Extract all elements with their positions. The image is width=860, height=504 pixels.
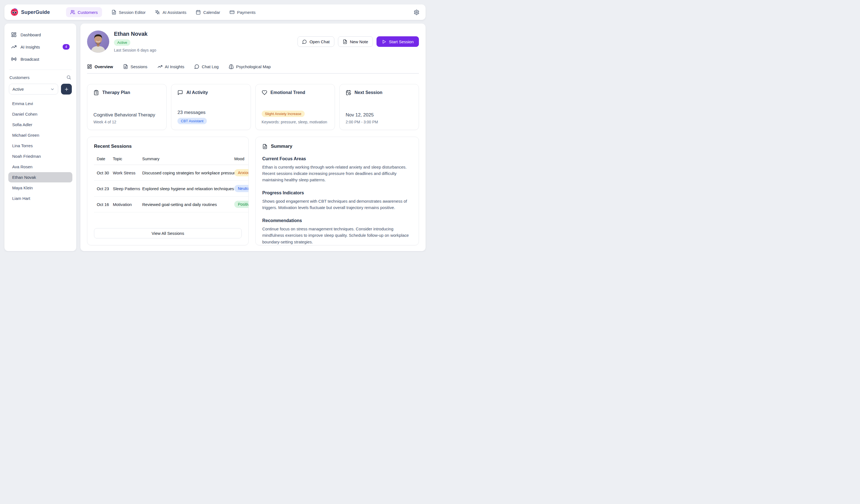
nav-session-editor[interactable]: Session Editor xyxy=(112,10,146,15)
session-row[interactable]: Oct 23 Sleep Patterns Explored sleep hyg… xyxy=(94,181,249,197)
view-all-sessions-button[interactable]: View All Sessions xyxy=(94,228,242,239)
summary-section-heading: Current Focus Areas xyxy=(262,156,412,161)
summary-section-heading: Recommendations xyxy=(262,218,412,223)
customer-list-item-selected[interactable]: Ethan Novak xyxy=(8,172,72,183)
tab-sessions[interactable]: Sessions xyxy=(123,64,147,69)
nav-ai-assistants[interactable]: AI Assistants xyxy=(155,10,186,15)
nav-payments[interactable]: Payments xyxy=(230,10,256,15)
session-date: Oct 30 xyxy=(94,165,113,181)
customer-status-select[interactable]: Active xyxy=(9,84,58,95)
new-note-button[interactable]: New Note xyxy=(338,36,373,47)
ai-activity-card: AI Activity 23 messages CBT Assistant xyxy=(171,84,250,130)
mood-badge: Neutral xyxy=(234,185,249,192)
therapy-plan-week: Week 4 of 12 xyxy=(94,120,160,124)
top-nav: Customers Session Editor AI Assistants C… xyxy=(66,7,256,17)
brand[interactable]: SuperGuide xyxy=(11,8,50,16)
session-date: Oct 23 xyxy=(94,181,113,197)
customer-list-item[interactable]: Michael Green xyxy=(8,130,72,140)
summary-section-body: Ethan is currently working through work-… xyxy=(262,164,412,183)
sessions-table-header: Date Topic Summary Mood xyxy=(94,157,249,165)
customer-list-item[interactable]: Sofia Adler xyxy=(8,119,72,130)
customer-list-item[interactable]: Ava Rosen xyxy=(8,162,72,172)
panel-header: Summary xyxy=(262,144,412,149)
nav-label: Calendar xyxy=(203,10,220,15)
nav-customers[interactable]: Customers xyxy=(66,7,102,17)
trend-keywords: Keywords: pressure, sleep, motivation xyxy=(262,120,329,124)
superguide-logo-icon xyxy=(11,8,18,16)
message-square-icon xyxy=(177,90,183,95)
sessions-table: Date Topic Summary Mood Oct 30 Work Stre… xyxy=(94,157,249,212)
nav-label: Payments xyxy=(237,10,256,15)
tab-label: Chat Log xyxy=(202,64,219,69)
card-header: Therapy Plan xyxy=(94,90,160,95)
summary-section-body: Continue focus on stress management tech… xyxy=(262,226,412,245)
customer-list-item[interactable]: Liam Hart xyxy=(8,193,72,203)
tabs-divider xyxy=(87,73,419,74)
topbar: SuperGuide Customers Session Editor AI A… xyxy=(4,4,426,20)
sidebar: Dashboard AI Insights 4 Broadcast Custom… xyxy=(4,24,76,251)
next-session-time: 2:00 PM - 3:00 PM xyxy=(346,120,413,124)
next-session-date: Nov 12, 2025 xyxy=(346,112,413,118)
sidebar-item-dashboard[interactable]: Dashboard xyxy=(8,29,72,40)
customer-list-item[interactable]: Noah Friedman xyxy=(8,151,72,161)
mood-badge: Positive xyxy=(234,201,249,208)
file-plus-icon xyxy=(343,39,347,44)
tab-label: Overview xyxy=(95,64,113,69)
session-summary: Explored sleep hygiene and relaxation te… xyxy=(142,181,234,197)
session-row[interactable]: Oct 16 Motivation Reviewed goal-setting … xyxy=(94,197,249,212)
card-body: Cognitive Behavioral Therapy Week 4 of 1… xyxy=(94,112,160,124)
customer-list-item[interactable]: Maya Klein xyxy=(8,183,72,193)
status-badge: Active xyxy=(114,39,130,46)
search-icon[interactable] xyxy=(66,75,71,80)
session-topic: Motivation xyxy=(113,197,142,212)
therapy-plan-value: Cognitive Behavioral Therapy xyxy=(94,112,160,118)
session-summary: Discussed coping strategies for workplac… xyxy=(142,165,234,181)
sidebar-item-broadcast[interactable]: Broadcast xyxy=(8,54,72,64)
nav-label: Session Editor xyxy=(119,10,146,15)
tab-chat-log[interactable]: Chat Log xyxy=(194,64,219,69)
start-session-button[interactable]: Start Session xyxy=(376,36,419,47)
open-chat-button[interactable]: Open Chat xyxy=(298,36,334,47)
customer-filter-row: Active xyxy=(8,84,72,95)
summary-section-body: Shows good engagement with CBT technique… xyxy=(262,198,412,211)
sparkles-icon xyxy=(155,10,160,15)
tab-overview[interactable]: Overview xyxy=(87,64,113,69)
col-mood: Mood xyxy=(234,157,249,165)
nav-label: AI Assistants xyxy=(162,10,186,15)
customer-list: Emma Levi Daniel Cohen Sofia Adler Micha… xyxy=(8,98,72,203)
button-label: Start Session xyxy=(389,39,414,44)
summary-section-heading: Progress Indicators xyxy=(262,190,412,196)
add-customer-button[interactable] xyxy=(61,84,72,95)
nav-label: Customers xyxy=(77,10,98,15)
clipboard-icon xyxy=(94,90,99,95)
therapy-plan-card: Therapy Plan Cognitive Behavioral Therap… xyxy=(87,84,167,130)
anxiety-trend-badge: Slight Anxiety Increase xyxy=(262,111,305,117)
tab-ai-insights[interactable]: AI Insights xyxy=(157,64,184,69)
file-text-icon xyxy=(262,144,268,149)
file-text-icon xyxy=(112,10,116,15)
tab-label: AI Insights xyxy=(165,64,184,69)
stat-cards: Therapy Plan Cognitive Behavioral Therap… xyxy=(87,84,419,130)
main-content: Ethan Novak Active Last Session 6 days a… xyxy=(81,24,426,251)
settings-gear-icon[interactable] xyxy=(414,10,419,15)
credit-card-icon xyxy=(230,10,234,15)
calendar-icon xyxy=(196,10,201,15)
panel-title: Summary xyxy=(271,144,292,149)
nav-calendar[interactable]: Calendar xyxy=(196,10,220,15)
customer-list-item[interactable]: Emma Levi xyxy=(8,98,72,109)
session-topic: Work Stress xyxy=(113,165,142,181)
message-circle-icon xyxy=(302,39,307,44)
chevron-down-icon xyxy=(50,87,55,91)
customer-list-item[interactable]: Daniel Cohen xyxy=(8,109,72,119)
session-row[interactable]: Oct 30 Work Stress Discussed coping stra… xyxy=(94,165,249,181)
card-title: AI Activity xyxy=(186,90,208,95)
card-header: Emotional Trend xyxy=(262,90,329,95)
card-body: Slight Anxiety Increase Keywords: pressu… xyxy=(262,111,329,124)
customer-list-item[interactable]: Lina Torres xyxy=(8,141,72,151)
tab-psychological-map[interactable]: Psychological Map xyxy=(229,64,271,69)
col-summary: Summary xyxy=(142,157,234,165)
profile-actions: Open Chat New Note Start Session xyxy=(298,36,419,47)
sidebar-item-ai-insights[interactable]: AI Insights 4 xyxy=(8,41,72,53)
card-body: 23 messages CBT Assistant xyxy=(177,110,244,124)
recent-sessions-panel: Recent Sessions Date Topic Summary Mood xyxy=(87,137,249,245)
